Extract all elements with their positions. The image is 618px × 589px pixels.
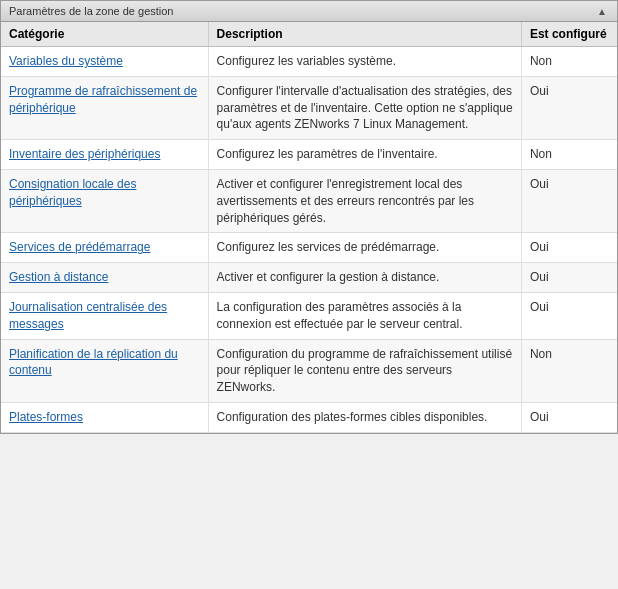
table-row: Inventaire des périphériquesConfigurez l… xyxy=(1,140,617,170)
configured-cell: Non xyxy=(521,339,617,402)
settings-table: Catégorie Description Est configuré Vari… xyxy=(1,22,617,433)
titlebar: Paramètres de la zone de gestion ▲ xyxy=(1,1,617,22)
configured-cell: Non xyxy=(521,140,617,170)
category-link[interactable]: Planification de la réplication du conte… xyxy=(9,347,178,378)
configured-cell: Non xyxy=(521,47,617,77)
configured-cell: Oui xyxy=(521,233,617,263)
configured-cell: Oui xyxy=(521,402,617,432)
category-link[interactable]: Services de prédémarrage xyxy=(9,240,150,254)
category-link[interactable]: Gestion à distance xyxy=(9,270,108,284)
header-description: Description xyxy=(208,22,521,47)
configured-cell: Oui xyxy=(521,169,617,232)
category-link[interactable]: Inventaire des périphériques xyxy=(9,147,160,161)
configured-cell: Oui xyxy=(521,76,617,139)
description-cell: Configurez les paramètres de l'inventair… xyxy=(208,140,521,170)
category-link[interactable]: Variables du système xyxy=(9,54,123,68)
category-cell: Programme de rafraîchissement de périphé… xyxy=(1,76,208,139)
table-header-row: Catégorie Description Est configuré xyxy=(1,22,617,47)
category-cell: Plates-formes xyxy=(1,402,208,432)
category-link[interactable]: Programme de rafraîchissement de périphé… xyxy=(9,84,197,115)
description-cell: Configuration des plates-formes cibles d… xyxy=(208,402,521,432)
category-link[interactable]: Plates-formes xyxy=(9,410,83,424)
table-row: Journalisation centralisée des messagesL… xyxy=(1,292,617,339)
category-cell: Inventaire des périphériques xyxy=(1,140,208,170)
table-wrapper: Catégorie Description Est configuré Vari… xyxy=(1,22,617,433)
category-link[interactable]: Consignation locale des périphériques xyxy=(9,177,136,208)
category-link[interactable]: Journalisation centralisée des messages xyxy=(9,300,167,331)
scroll-up-button[interactable]: ▲ xyxy=(595,6,609,17)
description-cell: Activer et configurer la gestion à dista… xyxy=(208,263,521,293)
category-cell: Services de prédémarrage xyxy=(1,233,208,263)
header-configured: Est configuré xyxy=(521,22,617,47)
table-row: Plates-formesConfiguration des plates-fo… xyxy=(1,402,617,432)
description-cell: Configurer l'intervalle d'actualisation … xyxy=(208,76,521,139)
table-row: Gestion à distanceActiver et configurer … xyxy=(1,263,617,293)
description-cell: Activer et configurer l'enregistrement l… xyxy=(208,169,521,232)
configured-cell: Oui xyxy=(521,263,617,293)
header-category: Catégorie xyxy=(1,22,208,47)
description-cell: Configurez les services de prédémarrage. xyxy=(208,233,521,263)
configured-cell: Oui xyxy=(521,292,617,339)
table-row: Services de prédémarrageConfigurez les s… xyxy=(1,233,617,263)
category-cell: Gestion à distance xyxy=(1,263,208,293)
window-title: Paramètres de la zone de gestion xyxy=(9,5,174,17)
category-cell: Planification de la réplication du conte… xyxy=(1,339,208,402)
description-cell: Configuration du programme de rafraîchis… xyxy=(208,339,521,402)
table-row: Variables du systèmeConfigurez les varia… xyxy=(1,47,617,77)
table-row: Consignation locale des périphériquesAct… xyxy=(1,169,617,232)
management-zone-window: Paramètres de la zone de gestion ▲ Catég… xyxy=(0,0,618,434)
category-cell: Variables du système xyxy=(1,47,208,77)
category-cell: Consignation locale des périphériques xyxy=(1,169,208,232)
description-cell: Configurez les variables système. xyxy=(208,47,521,77)
description-cell: La configuration des paramètres associés… xyxy=(208,292,521,339)
category-cell: Journalisation centralisée des messages xyxy=(1,292,208,339)
table-row: Planification de la réplication du conte… xyxy=(1,339,617,402)
table-row: Programme de rafraîchissement de périphé… xyxy=(1,76,617,139)
